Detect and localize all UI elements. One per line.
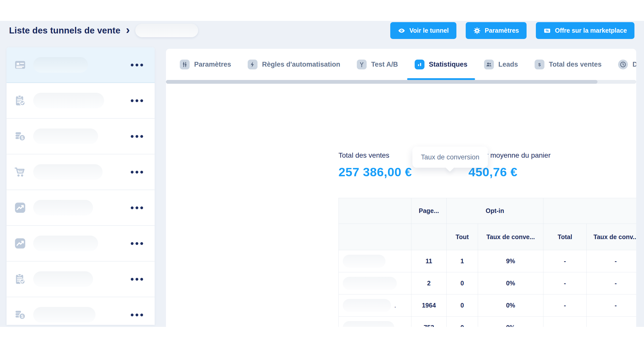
row-name-redacted — [343, 255, 385, 268]
sidebar-funnel-item[interactable] — [7, 154, 155, 190]
table-cell: 0 — [447, 317, 478, 327]
item-menu-button[interactable] — [131, 242, 143, 245]
button-label: Offre sur la marketplace — [555, 27, 627, 34]
tab[interactable]: Statistiques — [415, 49, 467, 80]
tab[interactable]: Leads — [484, 49, 518, 80]
table-cell: 753 — [411, 317, 447, 327]
table-row: . 196400%---- — [339, 294, 636, 317]
row-name-redacted — [343, 277, 397, 290]
gear-icon — [473, 27, 481, 34]
group-header-empty — [339, 198, 411, 224]
funnel-detail-panel: Paramètres Règles d'automatisation Test … — [166, 49, 636, 327]
bolt-icon — [248, 60, 257, 69]
table-cell: 2 — [411, 272, 447, 294]
tabs-horizontal-scrollbar[interactable] — [166, 80, 636, 84]
sub-header-taux-conv: Taux de conv... — [587, 224, 636, 250]
item-menu-button[interactable] — [131, 135, 143, 138]
row-name-cell: . — [339, 294, 411, 317]
tab-bar: Paramètres Règles d'automatisation Test … — [166, 49, 636, 80]
table-cell: 11 — [411, 250, 447, 272]
statistics-table: Page... Opt-in C.A./visiteur Tout Taux d… — [338, 198, 636, 327]
sliders-icon — [180, 60, 190, 69]
sidebar-funnel-item[interactable] — [7, 226, 155, 262]
sidebar-funnel-item[interactable] — [7, 190, 155, 226]
tab[interactable]: Paramètres — [180, 49, 231, 80]
idcard-icon — [14, 58, 27, 71]
header-actions: Voir le tunnel Paramètres Offre sur la m… — [390, 22, 634, 39]
header-action-button[interactable]: Offre sur la marketplace — [536, 22, 634, 39]
funnel-name-redacted — [33, 93, 104, 108]
group-header-page: Page... — [411, 198, 447, 224]
tab-label: Total des ventes — [549, 61, 602, 68]
sidebar-funnel-item[interactable] — [7, 47, 155, 83]
header-action-button[interactable]: Voir le tunnel — [390, 22, 456, 39]
item-menu-button[interactable] — [131, 99, 143, 102]
header-action-button[interactable]: Paramètres — [466, 22, 527, 39]
funnel-name-redacted — [33, 200, 93, 215]
tab-label: Test A/B — [371, 61, 398, 68]
tooltip-text: Taux de conversion — [421, 153, 480, 161]
item-menu-button[interactable] — [131, 314, 143, 316]
table-cell: 9% — [478, 250, 543, 272]
funnel-name-redacted — [33, 307, 96, 323]
split-icon — [357, 60, 367, 69]
table-cell: - — [587, 272, 636, 294]
clipboard-check-icon — [14, 273, 27, 286]
sub-header-tout: Tout — [447, 224, 478, 250]
page-title: Liste des tunnels de vente — [9, 25, 120, 35]
funnel-list-sidebar — [7, 47, 155, 325]
table-cell: - — [543, 294, 587, 317]
tab-label: Paramètres — [194, 61, 231, 68]
item-menu-button[interactable] — [131, 206, 143, 209]
stat-label: Total des ventes — [338, 151, 412, 159]
cart-icon — [14, 165, 27, 179]
stat-total-sales: Total des ventes 257 386,00 € — [338, 151, 412, 179]
coins-icon — [14, 130, 27, 143]
chevron-right-icon: › — [126, 25, 130, 35]
clipboard-check-icon — [14, 94, 27, 107]
group-header-sales — [543, 198, 636, 224]
table-group-header-row: Page... Opt-in C.A./visiteur — [339, 198, 636, 224]
tab[interactable]: Test A/B — [357, 49, 398, 80]
button-label: Voir le tunnel — [409, 27, 449, 34]
item-menu-button[interactable] — [131, 171, 143, 173]
tab[interactable]: Total des ventes — [535, 49, 602, 80]
table-cell: - — [543, 317, 587, 327]
table-row: 200%---- — [339, 272, 636, 294]
coins-icon — [14, 308, 27, 321]
group-header-optin: Opt-in — [447, 198, 543, 224]
sidebar-funnel-item[interactable] — [7, 262, 155, 297]
table-cell: - — [543, 250, 587, 272]
row-name-redacted — [343, 321, 394, 327]
table-cell: 0 — [447, 272, 478, 294]
table-cell: - — [587, 250, 636, 272]
table-sub-header-row: Tout Taux de conve... Total Taux de conv… — [339, 224, 636, 250]
stat-value: 257 386,00 € — [338, 165, 412, 179]
table-row: 1119%---- — [339, 250, 636, 272]
eye-icon — [398, 27, 405, 34]
funnel-name-redacted — [33, 128, 98, 144]
users-icon — [484, 60, 494, 69]
tab-label: Règles d'automatisation — [262, 61, 340, 68]
trend-icon — [14, 237, 27, 250]
tab[interactable]: Dead — [618, 49, 636, 80]
sub-header — [339, 224, 411, 250]
table-cell: 0 — [447, 294, 478, 317]
table-cell: 1 — [447, 250, 478, 272]
app-window: Liste des tunnels de vente › Voir le tun… — [0, 0, 644, 348]
sidebar-funnel-item[interactable] — [7, 83, 155, 119]
table-cell: 1964 — [411, 294, 447, 317]
sidebar-funnel-item[interactable] — [7, 297, 155, 325]
dollar-icon — [535, 60, 544, 69]
tab-label: Leads — [498, 61, 518, 68]
button-label: Paramètres — [485, 27, 519, 34]
table-cell: - — [587, 294, 636, 317]
trend-icon — [14, 201, 27, 214]
tab[interactable]: Règles d'automatisation — [248, 49, 340, 80]
row-name-cell — [339, 250, 411, 272]
item-menu-button[interactable] — [131, 278, 143, 281]
item-menu-button[interactable] — [131, 64, 143, 66]
sidebar-funnel-item[interactable] — [7, 119, 155, 154]
scrollbar-thumb[interactable] — [166, 80, 597, 84]
table-cell: 0% — [478, 272, 543, 294]
